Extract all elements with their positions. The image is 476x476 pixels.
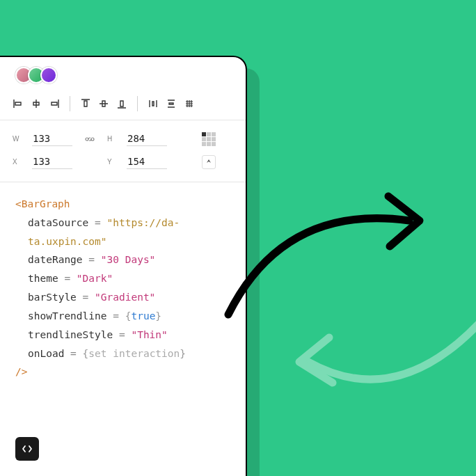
height-input[interactable] — [127, 132, 167, 146]
distribute-v-icon[interactable] — [166, 98, 177, 109]
height-label: H — [107, 135, 114, 143]
x-label: X — [13, 158, 19, 166]
y-input[interactable] — [127, 154, 167, 169]
design-panel: W H X Y <BarGraph dataSource = " — [0, 56, 247, 476]
back-arrow-icon — [284, 320, 476, 418]
tidy-grid-icon[interactable] — [184, 98, 195, 109]
align-left-icon[interactable] — [13, 98, 24, 109]
anchor-grid-icon[interactable] — [202, 132, 216, 146]
avatar[interactable] — [40, 67, 57, 84]
code-tag-close: /> — [15, 366, 27, 377]
code-tag-open: <BarGraph — [15, 198, 70, 209]
code-toggle-button[interactable] — [15, 437, 39, 461]
svg-point-1 — [91, 138, 94, 141]
align-bottom-icon[interactable] — [116, 98, 127, 109]
collaborator-avatars — [0, 57, 246, 89]
width-input[interactable] — [32, 132, 72, 146]
code-block: <BarGraph dataSource = "https://da-ta.ux… — [0, 182, 246, 394]
align-right-icon[interactable] — [49, 98, 60, 109]
y-label: Y — [107, 158, 114, 166]
svg-point-0 — [86, 138, 88, 141]
reset-position-icon[interactable] — [202, 155, 216, 169]
width-label: W — [13, 135, 19, 143]
properties-section: W H X Y — [0, 120, 246, 182]
distribute-h-icon[interactable] — [148, 98, 159, 109]
x-input[interactable] — [32, 154, 72, 169]
align-top-icon[interactable] — [80, 98, 91, 109]
align-h-center-icon[interactable] — [31, 98, 42, 109]
alignment-toolbar — [0, 89, 246, 120]
align-v-center-icon[interactable] — [98, 98, 109, 109]
link-dimensions-icon[interactable] — [85, 134, 95, 144]
